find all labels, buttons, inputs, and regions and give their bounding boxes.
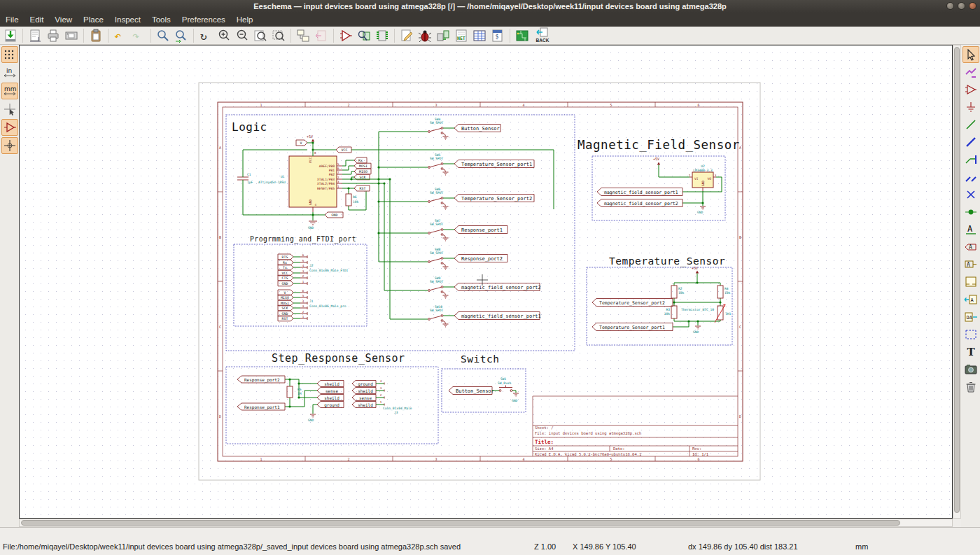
footprint-editor-button[interactable] bbox=[374, 27, 391, 44]
assign-footprints-button[interactable] bbox=[435, 27, 451, 44]
annotate-button[interactable] bbox=[398, 27, 415, 44]
ftdi-connector-j2[interactable]: RTS Rx Tx VCC CTS GND 6 5 4 3 2 1 J2 Con… bbox=[278, 253, 349, 286]
menu-tools[interactable]: Tools bbox=[146, 13, 176, 27]
menu-place[interactable]: Place bbox=[78, 13, 109, 27]
save-button[interactable] bbox=[2, 27, 19, 44]
step-response-circuit[interactable]: R51M Response_port2 Response_port1 sheil… bbox=[237, 376, 412, 422]
close-button[interactable] bbox=[969, 2, 976, 10]
svg-text:3: 3 bbox=[435, 103, 437, 107]
leave-sheet-button[interactable] bbox=[313, 27, 330, 44]
edit-fields-table-button[interactable] bbox=[471, 27, 488, 44]
find-button[interactable] bbox=[155, 27, 172, 44]
units-mm-button[interactable]: mm bbox=[1, 83, 18, 99]
menu-preferences[interactable]: Preferences bbox=[176, 13, 231, 27]
symbol-editor-button[interactable] bbox=[337, 27, 354, 44]
global-label-tool[interactable]: A bbox=[962, 239, 979, 255]
units-inches-button[interactable]: in bbox=[1, 64, 18, 81]
text-tool[interactable]: T bbox=[962, 344, 979, 360]
maximize-button[interactable] bbox=[958, 2, 965, 10]
no-connect-tool[interactable] bbox=[962, 186, 979, 203]
redo-button[interactable]: ↷ bbox=[130, 27, 147, 44]
undo-button[interactable]: ↶ bbox=[112, 27, 129, 44]
place-wire-tool[interactable] bbox=[962, 116, 979, 133]
zoom-fit-icon bbox=[253, 28, 268, 43]
net-label-tool[interactable]: A bbox=[962, 221, 979, 238]
wire-to-bus-entry-tool[interactable] bbox=[962, 151, 979, 168]
page-settings-button[interactable] bbox=[27, 27, 43, 44]
svg-text:Temperature_Sensor_port1: Temperature_Sensor_port1 bbox=[461, 162, 532, 167]
import-sheet-pin-tool[interactable]: A bbox=[962, 291, 979, 308]
minimize-button[interactable] bbox=[946, 2, 954, 10]
place-bus-tool[interactable] bbox=[962, 134, 979, 150]
menu-view[interactable]: View bbox=[49, 13, 78, 27]
hierarchy-navigator-button[interactable] bbox=[295, 27, 312, 44]
menu-inspect[interactable]: Inspect bbox=[109, 13, 146, 27]
push-switch-circuit[interactable]: Button_Sensor SW1 SW_Push GND bbox=[449, 377, 519, 402]
back-annotate-label: BACK bbox=[536, 38, 550, 43]
grid-toggle-button[interactable] bbox=[1, 46, 18, 63]
schematic-canvas[interactable]: 123456 123456 ABCD ABCD Logic Progrmming… bbox=[19, 45, 953, 519]
menu-help[interactable]: Help bbox=[231, 13, 259, 27]
svg-text:B: B bbox=[739, 235, 741, 239]
erc-button[interactable] bbox=[416, 27, 433, 44]
junction-icon bbox=[964, 205, 978, 219]
highlight-net-tool[interactable] bbox=[962, 64, 979, 80]
symbol-browser-button[interactable] bbox=[356, 27, 372, 44]
find-replace-button[interactable] bbox=[173, 27, 190, 44]
menu-file[interactable]: File bbox=[0, 13, 24, 27]
svg-text:magnetic_field_sensor_port1: magnetic_field_sensor_port1 bbox=[461, 314, 541, 319]
graphic-line-tool[interactable] bbox=[962, 326, 979, 343]
select-tool[interactable] bbox=[962, 46, 979, 63]
horizontal-scrollbar-thumb[interactable] bbox=[21, 520, 900, 526]
print-button[interactable] bbox=[45, 27, 62, 44]
capacitor-c1[interactable]: C1 1µF bbox=[237, 173, 253, 184]
horizontal-scrollbar[interactable] bbox=[19, 519, 953, 527]
bom-button[interactable]: $ bbox=[489, 27, 506, 44]
net-label-icon: A bbox=[964, 223, 978, 237]
plot-button[interactable] bbox=[63, 27, 80, 44]
back-annotate-icon bbox=[536, 27, 550, 38]
switch-row[interactable]: SW8SW_SPDT Response_port2 bbox=[428, 248, 507, 269]
svg-text:C1: C1 bbox=[247, 173, 251, 176]
menu-edit[interactable]: Edit bbox=[24, 13, 50, 27]
switch-row[interactable]: SW4SW_SPDT Button_Sensor bbox=[428, 118, 500, 139]
zoom-in-button[interactable] bbox=[216, 27, 232, 44]
redraw-button[interactable]: ↻ bbox=[197, 27, 214, 44]
vertical-scrollbar-thumb[interactable] bbox=[954, 47, 960, 513]
zoom-fit-button[interactable] bbox=[252, 27, 269, 44]
magnetic-sensor-circuit[interactable]: +5V VI VO GND 1 3 U2 LM3480-3.3 magnetic… bbox=[597, 157, 722, 214]
svg-text:VCC: VCC bbox=[309, 157, 312, 163]
generate-netlist-button[interactable]: NET bbox=[453, 27, 470, 44]
svg-text:PB2: PB2 bbox=[329, 173, 335, 176]
show-hidden-pins-button[interactable] bbox=[1, 119, 18, 136]
svg-text:A: A bbox=[967, 224, 973, 234]
zoom-selection-button[interactable] bbox=[270, 27, 287, 44]
bus-to-bus-entry-tool[interactable] bbox=[962, 169, 979, 185]
svg-text:GND: GND bbox=[697, 211, 704, 214]
pcbnew-button[interactable] bbox=[514, 27, 531, 44]
svg-text:Button_Sensor: Button_Sensor bbox=[456, 388, 494, 394]
place-power-tool[interactable] bbox=[962, 99, 979, 115]
isp-connector-j1[interactable]: V MISO MOSI SCK GND RST 6 5 4 3 2 1 J1 C… bbox=[278, 289, 346, 321]
paste-button[interactable] bbox=[88, 27, 104, 44]
cursor-shape-button[interactable] bbox=[1, 101, 18, 118]
svg-text:VCC: VCC bbox=[342, 148, 348, 152]
hierarchical-sheet-tool[interactable] bbox=[962, 274, 979, 290]
zoom-out-button[interactable] bbox=[234, 27, 251, 44]
svg-text:5: 5 bbox=[610, 103, 612, 107]
svg-text:sense: sense bbox=[326, 388, 338, 393]
place-sheet-pin-tool[interactable]: DA bbox=[962, 309, 979, 325]
switch-row[interactable]: SW7SW_SPDT Response_port1 bbox=[428, 219, 507, 241]
image-tool[interactable] bbox=[962, 361, 979, 378]
mcu-u1[interactable]: AREF/PB0 PB1 PB2 XTAL1/PB3 XTAL2/PB4 RES… bbox=[258, 151, 342, 212]
junction-tool[interactable] bbox=[962, 204, 979, 220]
temperature-sensor-circuit[interactable]: +5V R210k R410k R310k Thermistor_NTC_10 … bbox=[592, 266, 732, 335]
fullscreen-crosshair-button[interactable] bbox=[1, 137, 18, 154]
delete-tool[interactable] bbox=[962, 379, 979, 395]
place-symbol-tool[interactable] bbox=[962, 81, 979, 98]
hierarchical-label-tool[interactable]: A bbox=[962, 256, 979, 273]
vertical-scrollbar[interactable] bbox=[953, 45, 961, 519]
paste-icon bbox=[88, 28, 104, 43]
svg-text:Thermistor_NTC_10: Thermistor_NTC_10 bbox=[681, 308, 714, 312]
back-annotate-button[interactable]: BACK bbox=[531, 27, 554, 45]
